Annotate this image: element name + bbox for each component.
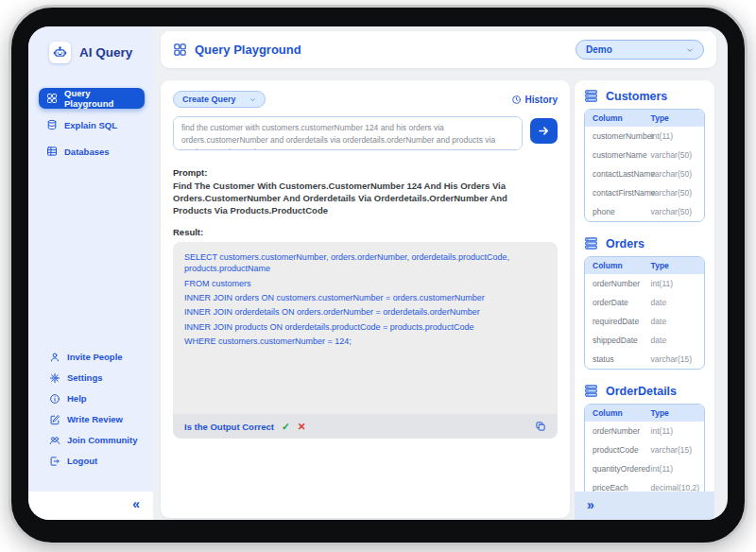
sql-line: WHERE customers.customerNumber = 124;	[184, 336, 546, 348]
database-stack-icon	[584, 236, 598, 250]
result-label: Result:	[173, 227, 558, 237]
app-logo: AI Query	[49, 42, 153, 63]
workspace-dropdown-value: Demo	[586, 44, 612, 55]
query-playground-panel: Create Query History find the customer w…	[161, 80, 570, 518]
gear-icon	[49, 372, 60, 384]
sidebar-item-label: Explain SQL	[64, 120, 117, 130]
schema-heading: Orders	[584, 236, 705, 250]
app-title: AI Query	[79, 45, 132, 60]
database-icon	[46, 119, 58, 130]
sidebar-item-write-review[interactable]: Write Review	[49, 413, 137, 425]
table-row: contactLastNamevarchar(50)	[585, 164, 704, 183]
sidebar-item-label: Databases	[64, 147, 110, 157]
sidebar-item-label: Help	[67, 393, 87, 404]
database-stack-icon	[584, 384, 598, 398]
history-button[interactable]: History	[511, 95, 558, 105]
prompt-label: Prompt:	[173, 167, 558, 178]
sql-line: FROM customers	[184, 279, 546, 290]
sidebar-item-query-playground[interactable]: Query Playground	[39, 88, 145, 109]
type-header: Type	[651, 261, 696, 270]
feedback-incorrect-button[interactable]: ✕	[298, 421, 306, 432]
create-query-label: Create Query	[182, 95, 236, 104]
person-icon	[49, 352, 60, 363]
schema-table-header: Column Type	[585, 405, 704, 422]
pencil-icon	[49, 414, 60, 425]
grid-icon	[46, 93, 58, 104]
table-row: orderNumberint(11)	[585, 422, 704, 440]
page-title: Query Playground	[195, 43, 301, 57]
schema-table-name: OrderDetails	[606, 385, 677, 398]
robot-logo-icon	[49, 42, 71, 63]
prompt-text: Find The Customer With Customers.Custome…	[173, 181, 546, 216]
schema-table-name: Orders	[606, 237, 644, 250]
schema-section-orderdetails: OrderDetails Column Type orderNumberint(…	[584, 384, 705, 492]
sidebar-footer-nav: Invite People Settings Help Write Review…	[49, 351, 137, 467]
sql-line: INNER JOIN products ON orderdetails.prod…	[184, 322, 546, 334]
table-row: shippedDatedate	[585, 331, 704, 350]
table-row: quantityOrderedint(11)	[585, 459, 704, 478]
sidebar-item-explain-sql[interactable]: Explain SQL	[39, 114, 145, 135]
sidebar-item-databases[interactable]: Databases	[39, 141, 145, 162]
schema-table: Column Type orderNumberint(11) orderDate…	[584, 256, 705, 370]
sql-line: SELECT customers.customerNumber, orders.…	[184, 252, 546, 275]
table-row: orderDatedate	[585, 293, 704, 312]
schema-table-name: Customers	[606, 90, 667, 103]
query-input[interactable]: find the customer with customers.custome…	[173, 116, 523, 150]
sidebar-item-label: Logout	[67, 456, 97, 466]
table-row: phonevarchar(50)	[585, 202, 704, 221]
sidebar-nav: Query Playground Explain SQL Databases	[28, 88, 153, 162]
sidebar-item-join-community[interactable]: Join Community	[49, 434, 137, 446]
feedback-bar: Is the Output Correct ✓ ✕	[173, 414, 558, 439]
schema-panel: Customers Column Type customerNumberint(…	[575, 80, 714, 492]
sidebar-item-label: Join Community	[67, 435, 137, 445]
sidebar-item-logout[interactable]: Logout	[49, 455, 137, 467]
workspace-dropdown[interactable]: Demo	[576, 40, 704, 60]
column-header: Column	[593, 261, 651, 270]
tablet-frame: AI Query Query Playground Explain SQL Da…	[9, 5, 747, 545]
sidebar-item-help[interactable]: Help	[49, 392, 137, 405]
page-title-wrap: Query Playground	[173, 43, 301, 57]
send-arrow-icon	[538, 125, 550, 137]
column-header: Column	[593, 408, 651, 418]
table-row: requiredDatedate	[585, 312, 704, 331]
type-header: Type	[651, 408, 696, 418]
sidebar-item-settings[interactable]: Settings	[49, 371, 137, 384]
chevron-down-icon	[686, 46, 694, 54]
app-screen: AI Query Query Playground Explain SQL Da…	[28, 26, 728, 520]
chevron-down-icon	[249, 96, 256, 103]
copy-icon	[535, 421, 546, 432]
type-header: Type	[651, 113, 696, 123]
schema-panel-expand-button[interactable]: »	[587, 497, 594, 512]
logout-icon	[49, 456, 60, 467]
table-row: customerNumberint(11)	[585, 127, 704, 146]
table-row: productCodevarchar(15)	[585, 440, 704, 459]
schema-section-orders: Orders Column Type orderNumberint(11) or…	[584, 236, 705, 370]
sidebar-item-invite-people[interactable]: Invite People	[49, 351, 137, 363]
column-header: Column	[593, 113, 651, 123]
table-row: orderNumberint(11)	[585, 274, 704, 293]
sidebar-item-label: Settings	[67, 372, 102, 383]
schema-table-header: Column Type	[585, 257, 704, 274]
sidebar-bottom-strip: «	[28, 492, 153, 520]
sidebar-item-label: Query Playground	[64, 88, 137, 109]
feedback-correct-button[interactable]: ✓	[282, 421, 290, 432]
sidebar-item-label: Write Review	[67, 414, 123, 424]
copy-sql-button[interactable]	[535, 421, 546, 432]
feedback-question: Is the Output Correct	[184, 422, 274, 432]
sidebar-collapse-button[interactable]: «	[132, 496, 140, 511]
send-query-button[interactable]	[530, 118, 558, 144]
grid-icon	[173, 43, 187, 57]
schema-heading: OrderDetails	[584, 384, 705, 398]
sidebar-item-label: Invite People	[67, 352, 123, 362]
header-bar: Query Playground Demo	[161, 31, 716, 68]
create-query-dropdown[interactable]: Create Query	[173, 91, 266, 108]
history-clock-icon	[511, 95, 522, 105]
people-icon	[49, 435, 60, 446]
sidebar: AI Query Query Playground Explain SQL Da…	[28, 26, 153, 492]
schema-panel-footer: »	[575, 492, 714, 520]
schema-table-header: Column Type	[585, 110, 704, 127]
history-label: History	[525, 95, 558, 105]
table-row: customerNamevarchar(50)	[585, 146, 704, 164]
sql-line: INNER JOIN orders ON customers.customerN…	[184, 293, 546, 304]
table-row: contactFirstNamevarchar(50)	[585, 183, 704, 202]
